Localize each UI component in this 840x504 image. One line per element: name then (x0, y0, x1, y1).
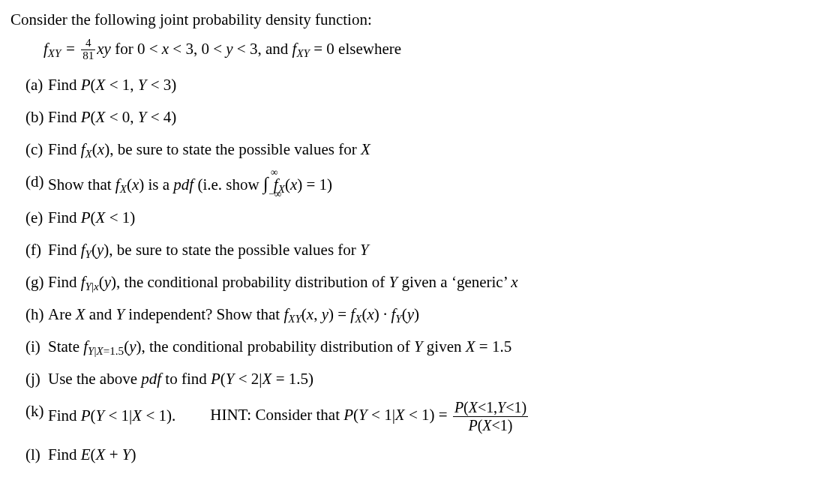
problem-page: Consider the following joint probability… (0, 0, 840, 482)
part-body: Find P(X < 1, Y < 3) (48, 76, 176, 94)
part-f: (f)Find fY(y), be sure to state the poss… (26, 238, 830, 262)
frac-denominator: 81 (81, 50, 95, 62)
part-marker: (j) (26, 367, 40, 392)
pdf-mid: xy for 0 < x < 3, 0 < y < 3, and (97, 40, 292, 58)
part-body: State fY|X=1.5(y), the conditional proba… (48, 338, 512, 356)
part-j: (j)Use the above pdf to find P(Y < 2|X =… (26, 367, 830, 392)
part-marker: (l) (26, 442, 40, 467)
part-body: Find P(Y < 1|X < 1).HINT: Consider that … (48, 406, 530, 424)
part-body: Use the above pdf to find P(Y < 2|X = 1.… (48, 370, 314, 388)
part-marker: (b) (26, 105, 44, 130)
part-b: (b)Find P(X < 0, Y < 4) (26, 105, 830, 130)
part-body: Find fX(x), be sure to state the possibl… (48, 140, 370, 158)
pdf-elsewhere: fXY = 0 elsewhere (292, 40, 402, 58)
part-e: (e)Find P(X < 1) (26, 206, 830, 230)
frac-numerator: 4 (81, 38, 95, 50)
fxy-lhs: fXY = (44, 40, 80, 58)
part-body: Find fY(y), be sure to state the possibl… (48, 241, 369, 259)
part-marker: (c) (26, 137, 43, 162)
part-marker: (g) (26, 270, 44, 295)
constant-fraction: 4 81 (81, 38, 95, 62)
part-h: (h)Are X and Y independent? Show that fX… (26, 302, 830, 327)
part-body: Find E(X + Y) (48, 446, 136, 464)
joint-pdf-definition: fXY = 4 81 xy for 0 < x < 3, 0 < y < 3, … (10, 37, 830, 63)
problem-intro: Consider the following joint probability… (10, 8, 830, 32)
part-g: (g)Find fY|x(y), the conditional probabi… (26, 270, 830, 295)
part-marker: (f) (26, 238, 41, 262)
part-i: (i)State fY|X=1.5(y), the conditional pr… (26, 334, 830, 359)
part-c: (c)Find fX(x), be sure to state the poss… (26, 137, 830, 162)
part-body: Find P(X < 1) (48, 208, 135, 226)
part-l: (l)Find E(X + Y) (26, 442, 830, 467)
parts-list: (a)Find P(X < 1, Y < 3) (b)Find P(X < 0,… (10, 73, 830, 466)
part-a: (a)Find P(X < 1, Y < 3) (26, 73, 830, 98)
part-d: (d)Show that fX(x) is a pdf (i.e. show ∫… (26, 170, 830, 197)
part-body: Are X and Y independent? Show that fXY(x… (48, 305, 419, 323)
part-marker: (a) (26, 73, 43, 98)
part-marker: (i) (26, 334, 40, 359)
part-marker: (e) (26, 206, 43, 230)
part-body: Find fY|x(y), the conditional probabilit… (48, 273, 518, 291)
part-marker: (k) (26, 399, 44, 424)
part-marker: (h) (26, 302, 44, 327)
part-k: (k)Find P(Y < 1|X < 1).HINT: Consider th… (26, 399, 830, 434)
part-body: Show that fX(x) is a pdf (i.e. show ∫∞−∞… (48, 176, 332, 194)
part-marker: (d) (26, 170, 44, 194)
part-body: Find P(X < 0, Y < 4) (48, 108, 176, 126)
